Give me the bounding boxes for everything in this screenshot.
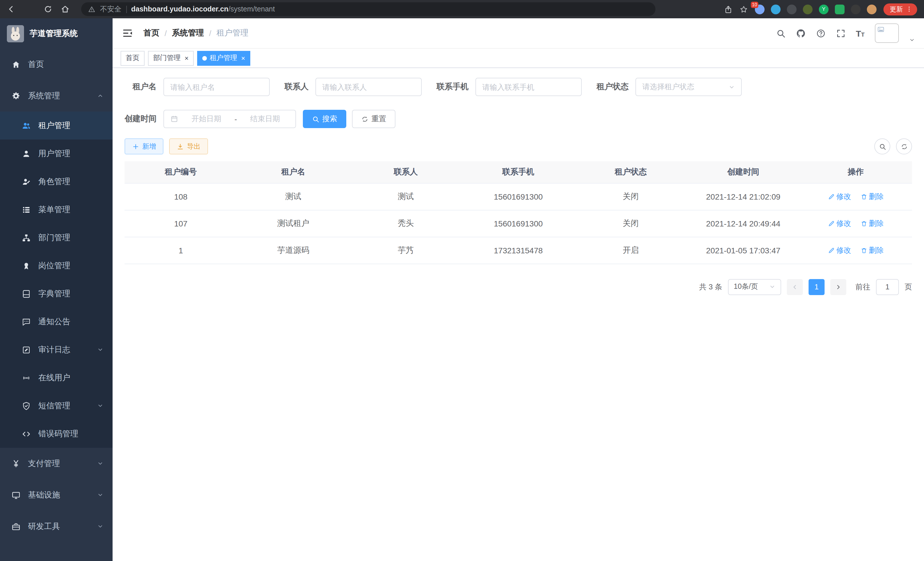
breadcrumb-separator: /: [209, 29, 212, 38]
sidebar-item-label: 菜单管理: [38, 205, 70, 215]
user-avatar[interactable]: [875, 23, 899, 43]
sidebar-item-online[interactable]: 在线用户: [0, 364, 112, 392]
column-header: 租户编号: [124, 161, 237, 183]
tenant-name-input[interactable]: [164, 78, 270, 96]
contact-input[interactable]: [315, 78, 422, 96]
sidebar-menu: 首页系统管理租户管理用户管理角色管理菜单管理部门管理岗位管理字典管理通知公告审计…: [0, 49, 112, 561]
trash-icon: [860, 193, 867, 200]
help-icon[interactable]: [816, 28, 825, 38]
browser-reload-icon[interactable]: [44, 5, 52, 14]
status-select[interactable]: 请选择租户状态: [635, 78, 742, 96]
create-time-range-picker[interactable]: 开始日期 - 结束日期: [164, 110, 296, 128]
sidebar-item-infra[interactable]: 基础设施: [0, 479, 112, 511]
sidebar-item-label: 用户管理: [38, 148, 70, 159]
delete-button[interactable]: 删除: [860, 245, 884, 255]
add-button[interactable]: 新增: [124, 138, 164, 154]
font-size-icon[interactable]: TT: [856, 28, 865, 38]
address-bar[interactable]: 不安全 dashboard.yudao.iocoder.cn/system/te…: [81, 2, 656, 16]
tab-close-icon[interactable]: ×: [184, 54, 189, 62]
header-search-icon[interactable]: [776, 28, 785, 38]
share-icon[interactable]: [724, 5, 733, 14]
search-button[interactable]: 搜索: [303, 110, 346, 128]
filter-contact: 联系人: [285, 78, 422, 96]
export-button[interactable]: 导出: [169, 138, 208, 154]
sidebar-item-pay[interactable]: 支付管理: [0, 448, 112, 479]
edit-label: 修改: [836, 245, 851, 255]
goto-label: 前往: [855, 282, 870, 292]
edit-button[interactable]: 修改: [828, 245, 851, 255]
sidebar-item-home[interactable]: 首页: [0, 49, 112, 80]
sidebar-item-tenant[interactable]: 租户管理: [0, 111, 112, 140]
extension-icon-1[interactable]: 10: [755, 4, 765, 14]
github-icon[interactable]: [796, 28, 806, 38]
sidebar-item-audit[interactable]: 审计日志: [0, 336, 112, 364]
cell-created: 2021-12-14 20:49:44: [687, 210, 800, 237]
filter-row-1: 租户名 联系人 联系手机 租户状态 请选择租户状态: [124, 78, 912, 96]
page-size-select[interactable]: 10条/页: [728, 279, 781, 295]
refresh-icon: [900, 143, 908, 150]
sidebar-item-dept[interactable]: 部门管理: [0, 224, 112, 252]
delete-button[interactable]: 删除: [860, 191, 884, 202]
sidebar-item-user[interactable]: 用户管理: [0, 140, 112, 168]
cell-contact: 秃头: [350, 210, 462, 237]
extension-icon-2[interactable]: [771, 4, 781, 14]
page-1-button[interactable]: 1: [808, 279, 825, 295]
phone-input[interactable]: [476, 78, 582, 96]
sidebar-item-errcode[interactable]: 错误码管理: [0, 420, 112, 448]
tree-icon: [22, 233, 31, 242]
filter-tenant-name: 租户名: [124, 78, 270, 96]
goto-page-input[interactable]: [876, 279, 899, 295]
extension-icon-3[interactable]: [787, 4, 796, 14]
sidebar-item-label: 审计日志: [38, 344, 70, 355]
sidebar-item-system[interactable]: 系统管理: [0, 80, 112, 111]
browser-back-icon[interactable]: [7, 5, 16, 14]
filter-row-2: 创建时间 开始日期 - 结束日期 搜索 重置: [124, 110, 912, 128]
cell-status: 关闭: [574, 183, 687, 210]
url-host: dashboard.yudao.iocoder.cn: [131, 5, 228, 13]
fullscreen-icon[interactable]: [836, 28, 845, 38]
reset-button[interactable]: 重置: [352, 110, 395, 128]
extensions-cluster: 10Y: [755, 4, 877, 14]
tab-tenant[interactable]: 租户管理×: [197, 51, 250, 65]
chevron-down-icon: [97, 403, 104, 409]
sidebar-item-role[interactable]: 角色管理: [0, 168, 112, 196]
refresh-table-button[interactable]: [896, 138, 912, 154]
sidebar-item-sms[interactable]: 短信管理: [0, 392, 112, 420]
security-label: 不安全: [100, 4, 122, 14]
app-logo[interactable]: 芋道管理系统: [0, 18, 112, 49]
sidebar-item-dict[interactable]: 字典管理: [0, 280, 112, 308]
delete-button[interactable]: 删除: [860, 218, 884, 229]
bookmark-star-icon[interactable]: [740, 5, 748, 14]
security-warning-icon[interactable]: [88, 5, 95, 13]
extension-icon-6[interactable]: [835, 4, 844, 14]
sidebar-item-notice[interactable]: 通知公告: [0, 308, 112, 336]
tab-home[interactable]: 首页: [121, 51, 145, 65]
column-header: 联系人: [350, 161, 462, 183]
phone-label: 联系手机: [436, 82, 469, 92]
prev-page-button[interactable]: [787, 279, 803, 295]
sidebar-item-menu[interactable]: 菜单管理: [0, 196, 112, 224]
toggle-search-button[interactable]: [874, 138, 890, 154]
sidebar-item-post[interactable]: 岗位管理: [0, 252, 112, 280]
breadcrumb-item[interactable]: 系统管理: [172, 28, 204, 38]
edit-button[interactable]: 修改: [828, 218, 851, 229]
extension-icon-4[interactable]: [803, 4, 813, 14]
next-page-button[interactable]: [830, 279, 846, 295]
tab-close-icon[interactable]: ×: [241, 54, 245, 62]
dict-book-icon: [22, 289, 31, 298]
extension-icon-8[interactable]: [867, 4, 877, 14]
avatar-caret-icon[interactable]: [909, 37, 915, 43]
browser-home-icon[interactable]: [61, 5, 70, 14]
browser-menu-icon[interactable]: [906, 6, 913, 13]
edit-icon: [828, 247, 835, 254]
tab-dept[interactable]: 部门管理×: [148, 51, 194, 65]
sidebar-collapse-icon[interactable]: [122, 27, 133, 39]
extension-icon-5[interactable]: Y: [819, 4, 829, 14]
update-button[interactable]: 更新: [884, 3, 917, 15]
edit-button[interactable]: 修改: [828, 191, 851, 202]
extension-icon-7[interactable]: [851, 4, 861, 14]
sidebar-item-label: 基础设施: [28, 490, 60, 500]
sidebar-item-dev[interactable]: 研发工具: [0, 511, 112, 542]
user-icon: [22, 149, 31, 158]
breadcrumb-item[interactable]: 首页: [143, 28, 159, 38]
